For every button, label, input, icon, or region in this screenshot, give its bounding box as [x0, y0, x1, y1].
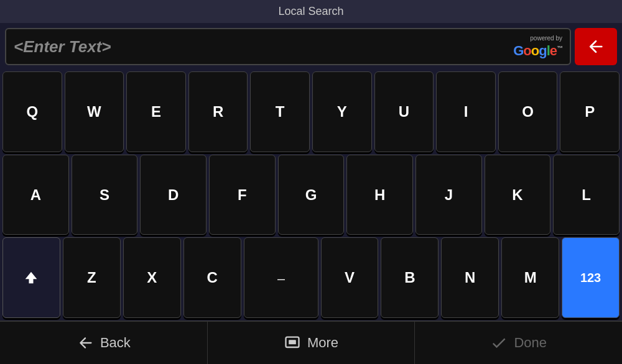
key-S[interactable]: S	[72, 155, 138, 235]
powered-by-text: powered by	[530, 35, 562, 42]
key-123[interactable]: 123	[562, 237, 620, 318]
key-R[interactable]: R	[188, 71, 248, 152]
more-button[interactable]: More	[208, 322, 415, 364]
key-A[interactable]: A	[2, 155, 69, 235]
svg-rect-1	[289, 340, 296, 344]
key-D[interactable]: D	[140, 155, 207, 235]
key-shift[interactable]	[2, 237, 60, 318]
key-P[interactable]: P	[560, 71, 620, 152]
key-L[interactable]: L	[553, 155, 620, 235]
key-Y[interactable]: Y	[312, 71, 372, 152]
key-I[interactable]: I	[436, 71, 496, 152]
key-N[interactable]: N	[441, 237, 499, 318]
key-X[interactable]: X	[123, 237, 181, 318]
key-W[interactable]: W	[65, 71, 124, 152]
key-B[interactable]: B	[381, 237, 439, 318]
key-J[interactable]: J	[415, 155, 482, 235]
google-logo: Google™	[513, 43, 562, 59]
done-icon	[490, 334, 508, 352]
keyboard-row-2: A S D F G H J K L	[2, 155, 620, 235]
backspace-button[interactable]	[575, 28, 617, 65]
key-H[interactable]: H	[346, 155, 413, 235]
back-button[interactable]: Back	[0, 322, 208, 364]
key-U[interactable]: U	[374, 71, 434, 152]
key-Z[interactable]: Z	[63, 237, 121, 318]
search-area: <Enter Text> powered by Google™	[0, 23, 622, 69]
key-O[interactable]: O	[498, 71, 558, 152]
search-placeholder: <Enter Text>	[14, 37, 111, 57]
title-text: Local Search	[278, 5, 343, 17]
back-label: Back	[100, 335, 131, 351]
key-Q[interactable]: Q	[2, 71, 62, 152]
search-input-box[interactable]: <Enter Text> powered by Google™	[5, 28, 571, 65]
keyboard-row-1: Q W E R T Y U I O P	[2, 71, 620, 152]
bottom-bar: Back More Done	[0, 321, 622, 364]
key-K[interactable]: K	[485, 155, 551, 235]
page-title: Local Search	[0, 0, 622, 23]
key-M[interactable]: M	[501, 237, 559, 318]
done-button[interactable]: Done	[415, 322, 622, 364]
more-label: More	[307, 335, 338, 351]
google-logo-area: powered by Google™	[513, 35, 562, 59]
key-F[interactable]: F	[209, 155, 276, 235]
key-G[interactable]: G	[278, 155, 345, 235]
key-space[interactable]	[244, 237, 318, 318]
key-V[interactable]: V	[321, 237, 379, 318]
key-C[interactable]: C	[183, 237, 241, 318]
keyboard-area: Q W E R T Y U I O P A S D F G H J K L Z …	[0, 69, 622, 321]
back-icon	[77, 334, 94, 352]
done-label: Done	[514, 335, 547, 351]
keyboard-row-3: Z X C V B N M 123	[2, 237, 620, 318]
key-T[interactable]: T	[250, 71, 310, 152]
more-icon	[284, 334, 301, 352]
key-E[interactable]: E	[126, 71, 186, 152]
